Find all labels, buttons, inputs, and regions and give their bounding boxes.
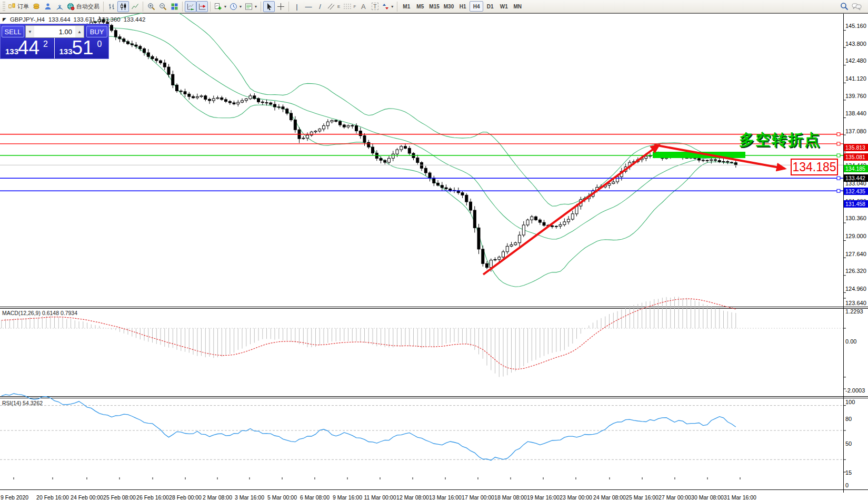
timeframe-button-H1[interactable]: H1 <box>456 1 470 12</box>
timeframe-button-H4[interactable]: H4 <box>470 1 483 12</box>
periods-button[interactable]: ▾ <box>228 1 243 12</box>
auto-scroll-icon <box>187 3 195 11</box>
timeframe-button-W1[interactable]: W1 <box>497 1 511 12</box>
price-callout[interactable]: 134.185 <box>791 159 838 175</box>
price-axis-label: 124.960 <box>845 286 868 292</box>
sell-price-figure: 133 <box>5 47 18 56</box>
buy-price-figure: 133 <box>59 47 73 56</box>
symbol-info-bar: ◤ GBPJPY-,H4 133.644 133.671 133.360 133… <box>3 16 145 23</box>
time-axis-label: 25 Mar 16:00 <box>626 494 659 500</box>
rsi-panel[interactable] <box>0 398 868 490</box>
line-chart-button[interactable] <box>129 1 141 12</box>
one-click-collapse-icon[interactable]: ◤ <box>3 17 6 22</box>
arrows-icon <box>382 3 389 11</box>
add-indicator-icon <box>214 3 222 11</box>
volume-decrease-button[interactable]: ▼ <box>26 26 34 37</box>
time-axis-label: 9 Mar 16:00 <box>333 494 362 500</box>
search-button[interactable] <box>839 1 850 12</box>
new-order-label: 订单 <box>17 3 29 11</box>
time-axis[interactable]: 9 Feb 202020 Feb 16:0024 Feb 00:0025 Feb… <box>0 491 868 500</box>
sell-button[interactable]: SELL <box>2 26 24 37</box>
price-axis-label: 139.760 <box>845 93 868 99</box>
trendline-icon: / <box>319 3 321 10</box>
price-axis-badge: 133.442 <box>844 174 868 182</box>
timeframe-button-D1[interactable]: D1 <box>483 1 497 12</box>
text-label-icon: T <box>372 3 378 10</box>
bar-chart-button[interactable] <box>106 1 117 12</box>
buy-button[interactable]: BUY <box>86 26 107 37</box>
signals-button[interactable] <box>54 1 65 12</box>
volume-increase-button[interactable]: ▲ <box>75 26 84 37</box>
new-order-icon <box>8 3 16 10</box>
reversal-point-annotation[interactable]: 多空转折点 <box>739 130 821 151</box>
trendline-tool-button[interactable]: / <box>314 1 326 12</box>
buy-price-display[interactable]: 133 51 0 <box>55 38 109 58</box>
toolbar-grip[interactable] <box>3 2 5 11</box>
toolbar-separator <box>288 2 289 12</box>
macd-panel[interactable] <box>0 309 868 396</box>
price-axis-badge: 135.081 <box>844 153 868 161</box>
chart-shift-button[interactable] <box>196 1 208 12</box>
templates-button[interactable]: ▾ <box>243 1 258 12</box>
toolbar-separator <box>397 2 397 12</box>
new-order-button[interactable]: 订单 <box>7 1 31 12</box>
timeframe-button-M5[interactable]: M5 <box>413 1 427 12</box>
toolbar-separator <box>103 2 104 12</box>
horizontal-line-tool-button[interactable]: — <box>303 1 314 12</box>
cursor-tool-button[interactable] <box>263 1 275 12</box>
price-axis-label: 141.120 <box>845 75 868 82</box>
price-axis-label: 126.320 <box>845 268 868 274</box>
fibonacci-tool-button[interactable]: F <box>342 1 357 12</box>
accounts-button[interactable] <box>42 1 54 12</box>
periods-caret-icon: ▾ <box>240 4 242 9</box>
price-axis-label: 143.800 <box>845 41 868 47</box>
fibonacci-icon <box>343 3 352 11</box>
vertical-line-tool-button[interactable]: | <box>291 1 303 12</box>
auto-scroll-button[interactable] <box>185 1 196 12</box>
time-axis-label: 26 Feb 16:00 <box>136 494 169 500</box>
crosshair-tool-button[interactable] <box>275 1 286 12</box>
rsi-axis-label: 0 <box>845 482 868 488</box>
zoom-out-button[interactable] <box>157 1 168 12</box>
price-axis-badge: 135.813 <box>844 144 868 151</box>
tile-windows-button[interactable] <box>168 1 180 12</box>
toolbar-separator <box>210 2 211 12</box>
buy-price-pips: 51 <box>72 37 94 59</box>
search-icon <box>840 2 849 11</box>
price-axis-label: 137.080 <box>845 128 868 134</box>
rsi-axis-label: 50 <box>845 440 868 447</box>
arrows-tool-button[interactable]: ▾ <box>381 1 395 12</box>
chat-button[interactable] <box>850 1 864 12</box>
zoom-in-button[interactable] <box>145 1 157 12</box>
timeframe-button-MN[interactable]: MN <box>511 1 524 12</box>
main-chart-panel[interactable] <box>0 14 868 307</box>
history-center-button[interactable] <box>31 1 42 12</box>
text-tool-icon: A <box>361 3 366 10</box>
time-axis-label: 24 Mar 08:00 <box>593 494 626 500</box>
price-axis-label: 138.440 <box>845 110 868 116</box>
timeframe-button-M30[interactable]: M30 <box>442 1 456 12</box>
time-axis-label: 9 Feb 2020 <box>1 494 28 500</box>
timeframe-button-M1[interactable]: M1 <box>400 1 413 12</box>
timeframe-button-M15[interactable]: M15 <box>427 1 441 12</box>
time-axis-label: 3 Mar 16:00 <box>235 494 264 500</box>
ohlc-high: 133.671 <box>74 16 96 23</box>
volume-value[interactable]: 1.00 <box>34 26 75 37</box>
macd-axis-label: 0.00 <box>845 338 868 345</box>
tile-windows-icon <box>171 3 178 11</box>
channel-letter: E <box>337 4 340 9</box>
time-axis-label: 20 Feb 16:00 <box>36 494 69 500</box>
text-label-tool-button[interactable]: T <box>369 1 381 12</box>
time-axis-label: 19 Mar 16:00 <box>527 494 560 500</box>
autotrading-button[interactable]: 自动交易 <box>65 1 101 12</box>
templates-caret-icon: ▾ <box>255 4 257 9</box>
time-axis-label: 11 Mar 00:00 <box>364 494 396 500</box>
text-tool-button[interactable]: A <box>357 1 369 12</box>
bar-chart-icon <box>108 3 116 11</box>
candlestick-chart-button[interactable] <box>117 1 129 12</box>
sell-price-display[interactable]: 133 44 2 <box>1 38 55 58</box>
rsi-axis-label: 100 <box>845 399 868 405</box>
indicators-button[interactable]: ▾ <box>213 1 228 12</box>
channel-tool-button[interactable]: E <box>326 1 342 12</box>
toolbar-separator <box>143 2 143 12</box>
